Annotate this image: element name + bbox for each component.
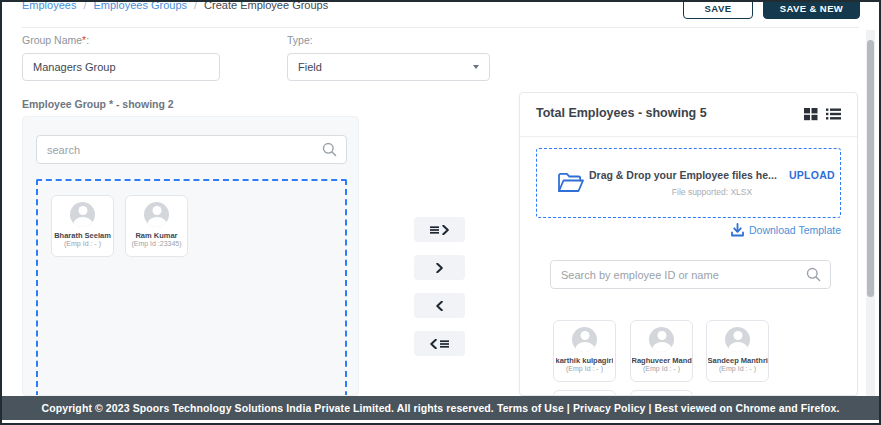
scrollbar-thumb[interactable]: [867, 40, 874, 297]
chevron-right-icon: [442, 225, 449, 235]
employee-name: Sandeep Manthri: [708, 356, 768, 365]
group-search-box: [36, 135, 347, 164]
chevron-left-icon: [430, 339, 437, 349]
breadcrumb-employees-groups[interactable]: Employees Groups: [93, 0, 187, 11]
footer: Copyright © 2023 Spoors Technology Solut…: [2, 396, 879, 420]
employee-id: (Emp Id : - ): [64, 240, 101, 247]
upload-button[interactable]: UPLOAD: [789, 169, 835, 181]
employee-card[interactable]: karthik kulpagiri (Emp Id : - ): [553, 320, 616, 382]
chevron-left-icon: [436, 301, 443, 311]
employee-id: (Emp Id : - ): [566, 365, 603, 372]
employee-id: (Emp Id :23345): [131, 240, 181, 247]
breadcrumb-current: Create Employee Groups: [204, 0, 328, 11]
employee-group-panel: Bharath Seelam (Emp Id : - ) Ram Kumar (…: [22, 116, 359, 396]
total-employees-title: Total Employees - showing 5: [536, 106, 707, 120]
chevron-right-icon: [436, 263, 443, 273]
breadcrumb: Employees/Employees Groups/Create Employ…: [22, 0, 328, 11]
header-divider: [22, 27, 859, 28]
group-search-input[interactable]: [37, 144, 322, 156]
avatar: [649, 327, 674, 352]
group-name-input[interactable]: [22, 53, 220, 81]
avatar: [572, 327, 597, 352]
employee-name: Bharath Seelam: [54, 231, 111, 240]
download-icon: [731, 223, 744, 237]
employee-name: Ram Kumar: [135, 231, 177, 240]
file-dropzone[interactable]: Drag & Drop your Employee files he... UP…: [536, 148, 841, 218]
employee-id: (Emp Id : - ): [719, 365, 756, 372]
create-employee-groups-page: Employees/Employees Groups/Create Employ…: [0, 0, 881, 425]
group-member-card[interactable]: Ram Kumar (Emp Id :23345): [125, 195, 188, 257]
move-all-left-button[interactable]: [414, 331, 465, 356]
type-select-value: Field: [298, 61, 322, 73]
avatar: [725, 327, 750, 352]
type-select[interactable]: Field: [287, 53, 490, 81]
save-button[interactable]: SAVE: [683, 0, 753, 19]
move-all-right-button[interactable]: [414, 217, 465, 242]
avatar: [144, 202, 169, 227]
employee-name: Raghuveer Mand...: [632, 356, 692, 365]
total-employees-panel: Total Employees - showing 5 Drag & Drop …: [519, 92, 858, 396]
breadcrumb-employees[interactable]: Employees: [22, 0, 76, 11]
open-folder-icon: [557, 172, 584, 194]
employee-card[interactable]: Raghuveer Mand... (Emp Id : - ): [630, 320, 693, 382]
move-left-button[interactable]: [414, 293, 465, 318]
download-template-label: Download Template: [749, 224, 841, 236]
type-label: Type:: [287, 34, 313, 46]
lines-icon: [440, 339, 449, 349]
employee-name: karthik kulpagiri: [556, 356, 614, 365]
panel-divider: [520, 136, 857, 137]
breadcrumb-separator: /: [194, 0, 197, 11]
download-template-link[interactable]: Download Template: [731, 223, 841, 237]
save-and-new-button[interactable]: SAVE & NEW: [763, 0, 860, 19]
footer-text: Copyright © 2023 Spoors Technology Solut…: [42, 402, 840, 414]
vertical-scrollbar[interactable]: [866, 30, 875, 396]
search-icon[interactable]: [322, 142, 337, 157]
breadcrumb-separator: /: [83, 0, 86, 11]
employee-search-box: [550, 260, 831, 289]
chevron-down-icon: [473, 65, 479, 69]
view-toggle: [804, 107, 841, 121]
list-view-icon[interactable]: [826, 107, 841, 121]
lines-icon: [430, 225, 439, 235]
search-icon[interactable]: [806, 267, 821, 282]
group-member-card[interactable]: Bharath Seelam (Emp Id : - ): [51, 195, 114, 257]
move-right-button[interactable]: [414, 255, 465, 280]
employee-group-title: Employee Group * - showing 2: [22, 98, 174, 110]
drag-drop-text: Drag & Drop your Employee files he...: [589, 169, 777, 181]
group-members-dropzone[interactable]: Bharath Seelam (Emp Id : - ) Ram Kumar (…: [36, 179, 347, 396]
employee-id: (Emp Id : - ): [643, 365, 680, 372]
grid-view-icon[interactable]: [804, 107, 818, 121]
employee-search-input[interactable]: [551, 269, 806, 281]
avatar: [70, 202, 95, 227]
group-name-label: Group Name*:: [22, 34, 89, 46]
employee-card[interactable]: Sandeep Manthri (Emp Id : - ): [706, 320, 769, 382]
file-supported-text: File supported: XLSX: [672, 187, 752, 197]
